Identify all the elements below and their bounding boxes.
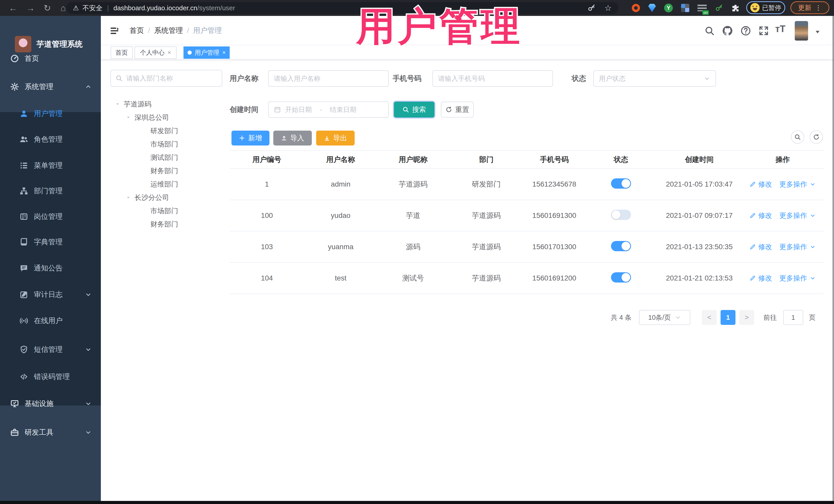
search-button[interactable]: 搜索 [394,102,435,117]
sidebar-item-depts[interactable]: 部门管理 [0,178,101,204]
sidebar-item-sms[interactable]: 短信管理 [0,337,101,363]
browser-reload-icon[interactable]: ↻ [44,0,51,16]
sidebar-item-dev-tools[interactable]: 研发工具 [0,420,101,445]
sidebar-item-posts[interactable]: 岗位管理 [0,204,101,229]
password-key-icon[interactable] [587,4,596,12]
sidebar-item-users[interactable]: 用户管理 [0,101,101,127]
sidebar-item-infrastructure[interactable]: 基础设施 [0,391,101,416]
tree-caret-icon[interactable] [126,195,131,200]
next-page-button[interactable]: > [739,310,754,325]
edit-link[interactable]: 修改 [758,180,772,189]
tree-caret-icon[interactable] [126,115,131,120]
extension-ubuntu-icon[interactable] [632,4,640,12]
avatar-caret-down-icon[interactable] [814,28,821,36]
help-icon[interactable] [740,25,751,36]
more-actions-link[interactable]: 更多操作 [780,242,807,251]
export-button[interactable]: 导出 [316,131,355,146]
edit-link[interactable]: 修改 [758,242,772,251]
cell-mobile: 15612345678 [524,180,585,188]
extension-switch-icon[interactable]: on [698,5,707,11]
close-icon[interactable]: × [222,49,226,56]
current-page-button[interactable]: 1 [721,310,736,325]
header-search-icon[interactable] [704,26,715,36]
sidebar-item-notice[interactable]: 通知公告 [0,255,101,281]
hamburger-icon[interactable] [110,26,120,36]
window-bottom-edge [0,501,834,504]
sidebar-item-online-users[interactable]: 在线用户 [0,308,101,334]
edit-pen-icon [750,275,756,281]
fullscreen-icon[interactable] [758,25,769,36]
page-size-select[interactable]: 10条/页 [639,310,690,325]
tree-node-dept[interactable]: 研发部门 [150,125,178,137]
browser-update-button[interactable]: 更新 ⋮ [790,1,829,14]
tree-node-dept[interactable]: 测试部门 [150,152,178,163]
sidebar-item-menus[interactable]: 菜单管理 [0,153,101,178]
more-actions-link[interactable]: 更多操作 [780,180,807,189]
sidebar-item-label: 字典管理 [34,237,63,247]
sidebar-item-dict[interactable]: 字典管理 [0,229,101,255]
status-toggle[interactable] [611,272,631,283]
edit-link[interactable]: 修改 [758,211,772,220]
edit-link[interactable]: 修改 [758,273,772,283]
username-input[interactable] [268,70,389,87]
import-button[interactable]: 导入 [273,131,312,146]
tree-node-dept[interactable]: 市场部门 [150,138,178,150]
more-actions-link[interactable]: 更多操作 [780,273,807,283]
more-actions-link[interactable]: 更多操作 [780,211,807,220]
bookmark-star-icon[interactable]: ☆ [604,3,612,13]
font-size-icon[interactable]: ᴛT [775,24,786,35]
active-tab-dot [188,50,192,54]
add-button[interactable]: 新增 [232,131,269,146]
tree-node-company[interactable]: 深圳总公司 [126,112,169,124]
sidebar-item-roles[interactable]: 角色管理 [0,127,101,152]
browser-menu-icon[interactable]: ⋮ [815,4,822,12]
prev-page-button[interactable]: < [702,310,717,325]
breadcrumb-home[interactable]: 首页 [130,16,144,45]
sidebar-item-audit-log[interactable]: 审计日志 [0,282,101,307]
edit-pen-icon [750,181,756,187]
tree-node-root[interactable]: 芋道源码 [115,98,151,110]
close-icon[interactable]: × [168,49,171,56]
status-toggle[interactable] [611,178,631,189]
sidebar-item-label: 在线用户 [34,316,63,326]
sidebar-item-label: 用户管理 [34,109,63,118]
sidebar-item-system[interactable]: 系统管理 [0,74,101,100]
shield-check-icon [20,345,28,354]
tree-node-dept[interactable]: 运维部门 [150,178,178,190]
toggle-search-button[interactable] [791,130,804,144]
sidebar-item-error-codes[interactable]: 错误码管理 [0,364,101,390]
tree-node-dept[interactable]: 市场部门 [150,205,178,217]
extension-key-icon[interactable] [715,4,723,12]
refresh-table-button[interactable] [810,130,823,144]
browser-home-icon[interactable]: ⌂ [61,0,66,16]
tab-profile[interactable]: 个人中心 × [134,46,177,59]
tree-node-dept[interactable]: 财务部门 [150,165,178,177]
breadcrumb-system[interactable]: 系统管理 [154,16,183,45]
goto-page-input[interactable] [783,310,803,325]
date-range-input[interactable]: 开始日期 - 结束日期 [268,101,389,118]
tab-home[interactable]: 首页 [111,46,133,59]
github-icon[interactable] [722,25,733,37]
extensions-puzzle-icon[interactable] [731,4,740,12]
sidebar-item-label: 角色管理 [34,134,63,144]
browser-forward-icon[interactable]: → [26,0,35,16]
sidebar-item-home[interactable]: 首页 [0,46,101,71]
tree-caret-icon[interactable] [115,102,120,107]
status-toggle[interactable] [611,241,631,251]
tab-user-management[interactable]: 用户管理 × [183,46,230,59]
mobile-input[interactable] [432,70,553,87]
browser-back-icon[interactable]: ← [9,0,18,16]
reset-button[interactable]: 重置 [441,102,474,117]
tree-node-branch[interactable]: 长沙分公司 [126,192,169,203]
status-toggle[interactable] [611,210,631,220]
browser-profile-button[interactable]: 已暂停 [746,1,785,14]
tree-node-dept[interactable]: 财务部门 [150,218,178,230]
status-select[interactable]: 用户状态 [593,70,716,87]
extension-gem-icon[interactable] [648,4,656,12]
search-icon [115,75,123,82]
user-avatar[interactable] [795,21,808,41]
extension-y-icon[interactable]: Y [664,4,673,12]
address-bar[interactable]: ⚠ 不安全 | dashboard.yudao.iocoder.cn/syste… [66,2,618,14]
dept-search-input[interactable]: 请输入部门名称 [110,70,222,87]
extension-grid-icon[interactable] [681,4,689,12]
